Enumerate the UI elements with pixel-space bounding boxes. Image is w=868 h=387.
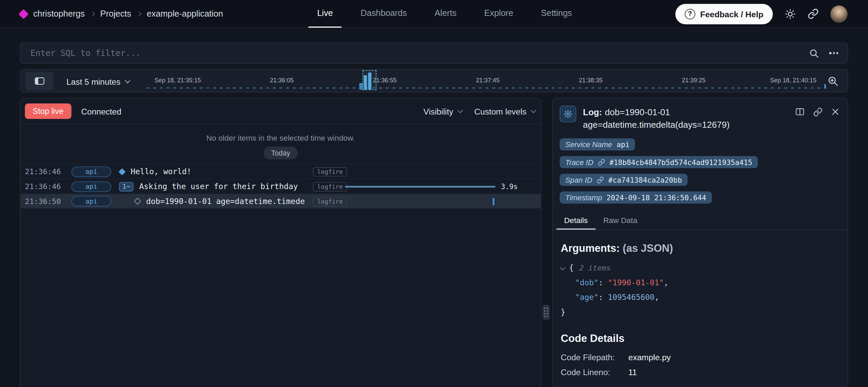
timeline-tick: 21:38:35 bbox=[579, 77, 603, 84]
collapse-children-badge[interactable]: 1− bbox=[119, 182, 134, 191]
time-range-label: Last 5 minutes bbox=[66, 77, 120, 86]
panel-resize-handle[interactable] bbox=[542, 305, 550, 320]
search-icon[interactable] bbox=[809, 48, 819, 58]
primary-nav: Live Dashboards Alerts Explore Settings bbox=[308, 0, 581, 28]
sidebar-toggle-button[interactable] bbox=[25, 72, 54, 90]
theme-toggle-button[interactable] bbox=[784, 8, 796, 20]
collapse-caret-icon[interactable] bbox=[560, 265, 566, 270]
log-time-mark bbox=[493, 198, 494, 205]
service-badge[interactable]: api bbox=[72, 196, 112, 206]
tab-raw-data[interactable]: Raw Data bbox=[595, 211, 645, 230]
json-items-note: 2 items bbox=[579, 263, 611, 272]
log-starburst-icon bbox=[560, 106, 576, 122]
magnifier-plus-icon bbox=[827, 75, 839, 87]
connection-status: Connected bbox=[81, 106, 121, 116]
split-view-icon[interactable] bbox=[795, 107, 805, 117]
log-timestamp: 21:36:46 bbox=[25, 182, 59, 191]
service-name-pill[interactable]: Service Name api bbox=[560, 138, 635, 150]
log-message: dob=1990-01-01 age=datetime.timede bbox=[146, 197, 305, 205]
log-row[interactable]: 21:36:46 api Hello, world! logfire bbox=[20, 164, 541, 179]
tab-details[interactable]: Details bbox=[556, 211, 596, 230]
timeline-bar: Last 5 minutes Sep 18, 21:35:15 21:36:05… bbox=[20, 69, 848, 93]
service-badge[interactable]: api bbox=[72, 181, 112, 192]
nav-right-cluster: ? Feedback / Help bbox=[675, 0, 847, 28]
logfire-tag[interactable]: logfire bbox=[313, 182, 347, 191]
code-filepath-row: Code Filepath:example.py bbox=[561, 350, 840, 365]
copy-link-button[interactable] bbox=[808, 8, 819, 19]
timeline-selection[interactable] bbox=[362, 70, 376, 90]
code-lineno-row: Code Lineno:11 bbox=[561, 365, 840, 380]
sql-filter-bar bbox=[20, 43, 848, 64]
feedback-help-label: Feedback / Help bbox=[700, 9, 763, 19]
span-duration-label: 3.9s bbox=[501, 183, 518, 191]
tab-alerts[interactable]: Alerts bbox=[426, 0, 466, 28]
logfire-logo-icon[interactable] bbox=[18, 9, 28, 19]
custom-levels-dropdown[interactable]: Custom levels bbox=[474, 106, 535, 116]
diamond-filled-icon bbox=[119, 168, 126, 175]
copy-link-icon[interactable] bbox=[813, 107, 823, 117]
breadcrumb-org[interactable]: christophergs bbox=[33, 9, 85, 19]
log-timestamp: 21:36:46 bbox=[25, 167, 59, 176]
log-message: Asking the user for their birthday bbox=[139, 182, 298, 191]
chain-link-icon bbox=[597, 176, 604, 183]
tab-live[interactable]: Live bbox=[308, 0, 342, 28]
details-panel: Log:dob=1990-01-01 age=datetime.timedelt… bbox=[552, 98, 848, 387]
timestamp-pill[interactable]: Timestamp 2024-09-18 21:36:50.644 bbox=[560, 191, 712, 204]
stop-live-button[interactable]: Stop live bbox=[25, 103, 71, 119]
help-circle-icon: ? bbox=[685, 8, 695, 19]
trace-id-pill[interactable]: Trace ID #18b84cb4847b5d574c4ad9121935a4… bbox=[560, 156, 758, 168]
json-entry: "dob": "1990-01-01", bbox=[561, 275, 840, 290]
tab-settings[interactable]: Settings bbox=[532, 0, 581, 28]
json-entry: "age": 1095465600, bbox=[561, 290, 840, 305]
chevron-down-icon bbox=[531, 107, 536, 113]
logfire-tag[interactable]: logfire bbox=[313, 197, 347, 206]
sidebar-toggle-icon bbox=[34, 76, 44, 86]
feedback-help-button[interactable]: ? Feedback / Help bbox=[675, 4, 773, 24]
time-range-dropdown[interactable]: Last 5 minutes bbox=[66, 70, 129, 93]
live-log-panel: Stop live Connected Visibility Custom le… bbox=[20, 98, 541, 387]
service-badge[interactable]: api bbox=[72, 166, 112, 177]
timeline-activity-mark bbox=[824, 84, 826, 88]
more-options-icon[interactable] bbox=[829, 52, 839, 54]
tab-dashboards[interactable]: Dashboards bbox=[352, 0, 416, 28]
details-content: Arguments: (as JSON) {2 items "dob": "19… bbox=[553, 230, 848, 380]
sun-icon bbox=[784, 8, 796, 20]
zoom-in-button[interactable] bbox=[827, 75, 839, 87]
user-avatar[interactable] bbox=[830, 5, 848, 23]
breadcrumb-project-name[interactable]: example-application bbox=[147, 9, 223, 19]
timeline-tick: Sep 18, 21:35:15 bbox=[155, 77, 201, 84]
tab-explore[interactable]: Explore bbox=[475, 0, 522, 28]
live-log-header: Stop live Connected Visibility Custom le… bbox=[20, 99, 541, 125]
chain-link-icon bbox=[808, 8, 819, 19]
chevron-right-icon bbox=[137, 12, 141, 16]
timeline-tick: Sep 18, 21:40:15 bbox=[770, 77, 816, 84]
timeline-tick: 21:39:25 bbox=[682, 77, 706, 84]
log-row-selected[interactable]: 21:36:50 api dob=1990-01-01 age=datetime… bbox=[20, 194, 541, 208]
top-nav: christophergs Projects example-applicati… bbox=[0, 0, 868, 28]
log-row[interactable]: 21:36:46 api 1− Asking the user for thei… bbox=[20, 179, 541, 194]
timeline-tick: 21:36:05 bbox=[270, 77, 294, 84]
arguments-heading: Arguments: (as JSON) bbox=[561, 242, 840, 254]
empty-window-notice: No older items in the selected time wind… bbox=[20, 133, 541, 142]
span-id-pill[interactable]: Span ID #ca741384ca2a20bb bbox=[560, 174, 688, 186]
details-actions bbox=[795, 107, 840, 117]
json-viewer: {2 items "dob": "1990-01-01", "age": 109… bbox=[561, 261, 840, 319]
close-icon[interactable] bbox=[831, 107, 840, 117]
attribute-pills: Service Name api Trace ID #18b84cb4847b5… bbox=[553, 131, 848, 204]
details-title: Log:dob=1990-01-01 age=datetime.timedelt… bbox=[583, 106, 778, 131]
code-details-heading: Code Details bbox=[561, 332, 840, 345]
chain-link-icon bbox=[598, 159, 605, 166]
chevron-down-icon bbox=[125, 78, 130, 83]
app-root: christophergs Projects example-applicati… bbox=[0, 0, 868, 387]
sql-filter-input[interactable] bbox=[20, 43, 809, 63]
logfire-tag[interactable]: logfire bbox=[313, 167, 347, 177]
today-button[interactable]: Today bbox=[263, 147, 298, 160]
breadcrumb-projects[interactable]: Projects bbox=[100, 9, 131, 19]
details-tabs: Details Raw Data bbox=[553, 211, 848, 230]
timeline-tick: 21:36:55 bbox=[373, 77, 397, 84]
log-timestamp: 21:36:50 bbox=[25, 197, 59, 205]
empty-window-section: No older items in the selected time wind… bbox=[20, 133, 541, 159]
chevron-right-icon bbox=[90, 12, 95, 16]
visibility-dropdown[interactable]: Visibility bbox=[423, 106, 462, 116]
breadcrumb: christophergs Projects example-applicati… bbox=[20, 0, 223, 28]
